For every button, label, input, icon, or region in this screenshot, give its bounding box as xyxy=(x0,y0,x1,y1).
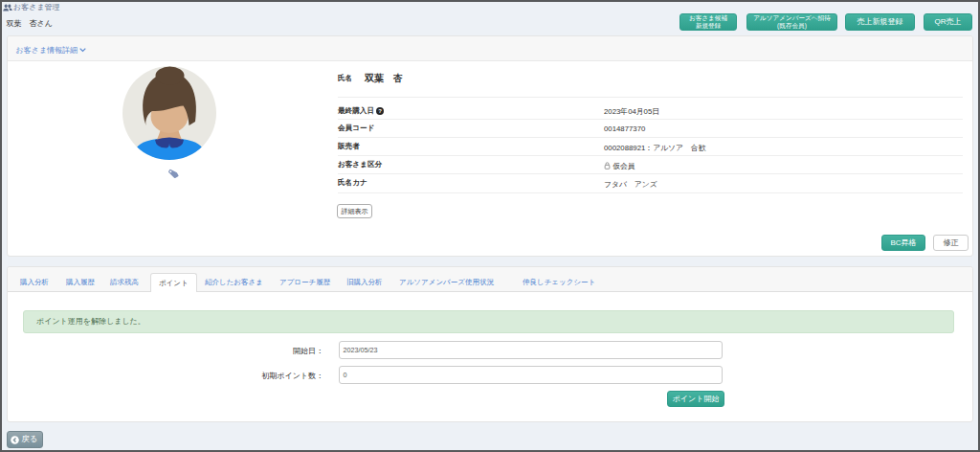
svg-text:?: ? xyxy=(378,108,382,114)
